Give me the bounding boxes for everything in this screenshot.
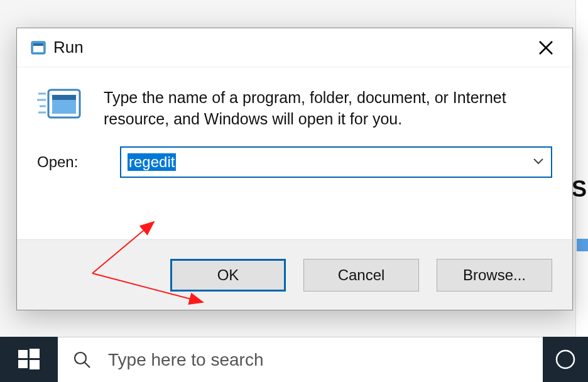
open-combobox[interactable]: regedit	[120, 146, 552, 178]
cancel-button[interactable]: Cancel	[303, 259, 419, 292]
cortana-button[interactable]	[543, 337, 588, 382]
chevron-down-icon[interactable]	[532, 156, 545, 168]
open-value: regedit	[128, 153, 176, 171]
run-title-icon	[31, 41, 46, 55]
svg-point-19	[75, 352, 86, 364]
svg-rect-15	[18, 350, 28, 358]
start-button[interactable]	[0, 337, 58, 382]
open-label: Open:	[37, 153, 105, 171]
dialog-title: Run	[53, 38, 84, 57]
close-icon	[538, 40, 554, 56]
taskbar-search[interactable]: Type here to search	[58, 337, 543, 382]
windows-logo-icon	[17, 347, 41, 371]
run-dialog-icon	[37, 87, 82, 125]
svg-point-21	[557, 351, 574, 368]
ok-button[interactable]: OK	[170, 259, 286, 292]
search-placeholder: Type here to search	[108, 350, 263, 370]
titlebar: Run	[17, 28, 572, 67]
svg-rect-16	[30, 349, 40, 358]
svg-rect-2	[33, 43, 43, 46]
button-bar: OK Cancel Browse...	[17, 239, 572, 310]
svg-rect-17	[18, 360, 28, 368]
browse-button[interactable]: Browse...	[437, 259, 552, 292]
background-letter: S	[572, 176, 587, 202]
run-dialog: Run Type the name of a progra	[16, 28, 573, 310]
svg-rect-18	[30, 360, 40, 369]
svg-line-20	[85, 363, 90, 368]
search-icon	[73, 351, 92, 369]
instruction-text: Type the name of a program, folder, docu…	[104, 87, 552, 130]
close-button[interactable]	[533, 35, 558, 60]
svg-rect-11	[52, 95, 76, 100]
cortana-icon	[554, 348, 577, 371]
taskbar: Type here to search	[0, 337, 588, 382]
